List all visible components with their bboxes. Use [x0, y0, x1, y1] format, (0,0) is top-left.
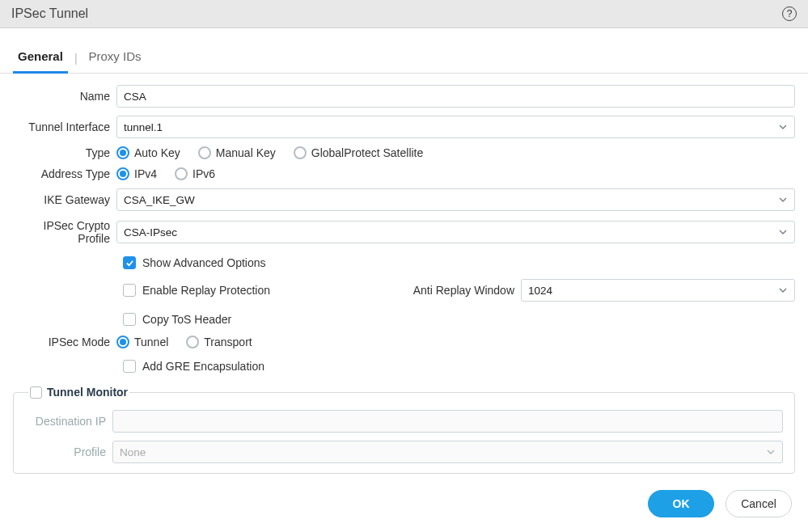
- name-label: Name: [13, 90, 116, 103]
- type-globalprotect-radio[interactable]: GlobalProtect Satellite: [294, 146, 424, 159]
- crypto-profile-select[interactable]: CSA-IPsec: [116, 221, 795, 243]
- dialog-title: IPSec Tunnel: [11, 6, 88, 21]
- help-icon[interactable]: ?: [782, 6, 797, 21]
- tab-bar: General | Proxy IDs: [0, 43, 808, 74]
- chevron-down-icon: [778, 195, 788, 205]
- type-auto-key-radio[interactable]: Auto Key: [116, 146, 180, 159]
- anti-replay-window-value: 1024: [528, 285, 552, 297]
- chevron-down-icon: [778, 227, 788, 237]
- crypto-profile-label: IPSec Crypto Profile: [13, 219, 116, 245]
- tunnel-monitor-fieldset: Tunnel Monitor Destination IP Profile No…: [13, 386, 795, 474]
- profile-select[interactable]: None: [112, 441, 783, 463]
- tab-separator: |: [68, 45, 84, 73]
- tunnel-interface-select[interactable]: tunnel.1: [116, 116, 795, 138]
- crypto-profile-value: CSA-IPsec: [124, 226, 177, 239]
- address-type-label: Address Type: [13, 167, 116, 180]
- chevron-down-icon: [766, 447, 776, 457]
- ok-button[interactable]: OK: [648, 490, 714, 517]
- address-type-radiogroup: IPv4 IPv6: [116, 167, 795, 180]
- destination-ip-input[interactable]: [112, 410, 783, 433]
- tunnel-interface-label: Tunnel Interface: [13, 120, 116, 133]
- cancel-button[interactable]: Cancel: [726, 490, 792, 517]
- chevron-down-icon: [778, 122, 788, 132]
- chevron-down-icon: [778, 285, 788, 295]
- enable-replay-checkbox[interactable]: Enable Replay Protection: [123, 281, 398, 300]
- tunnel-monitor-checkbox[interactable]: Tunnel Monitor: [30, 386, 128, 399]
- tab-general[interactable]: General: [13, 43, 68, 74]
- ike-gateway-value: CSA_IKE_GW: [124, 194, 195, 206]
- type-label: Type: [13, 146, 116, 159]
- destination-ip-label: Destination IP: [25, 415, 112, 428]
- profile-value: None: [120, 446, 146, 458]
- tab-proxy-ids[interactable]: Proxy IDs: [84, 43, 146, 74]
- anti-replay-window-select[interactable]: 1024: [521, 279, 795, 302]
- profile-label: Profile: [25, 445, 112, 458]
- add-gre-checkbox[interactable]: Add GRE Encapsulation: [123, 357, 795, 376]
- ike-gateway-label: IKE Gateway: [13, 193, 116, 206]
- ike-gateway-select[interactable]: CSA_IKE_GW: [116, 188, 795, 211]
- anti-replay-window-label: Anti Replay Window: [398, 284, 521, 297]
- mode-tunnel-radio[interactable]: Tunnel: [116, 336, 168, 348]
- address-ipv6-radio[interactable]: IPv6: [175, 167, 215, 180]
- dialog-footer: OK Cancel: [0, 475, 808, 532]
- name-input[interactable]: [116, 85, 795, 108]
- tunnel-interface-value: tunnel.1: [124, 121, 163, 133]
- show-advanced-checkbox[interactable]: Show Advanced Options: [123, 253, 795, 272]
- title-bar: IPSec Tunnel ?: [0, 0, 808, 28]
- address-ipv4-radio[interactable]: IPv4: [116, 167, 157, 180]
- ipsec-mode-radiogroup: Tunnel Transport: [116, 336, 795, 348]
- copy-tos-checkbox[interactable]: Copy ToS Header: [123, 310, 795, 329]
- ipsec-mode-label: IPSec Mode: [13, 336, 116, 348]
- type-radiogroup: Auto Key Manual Key GlobalProtect Satell…: [116, 146, 795, 159]
- type-manual-key-radio[interactable]: Manual Key: [198, 146, 276, 159]
- mode-transport-radio[interactable]: Transport: [186, 336, 252, 348]
